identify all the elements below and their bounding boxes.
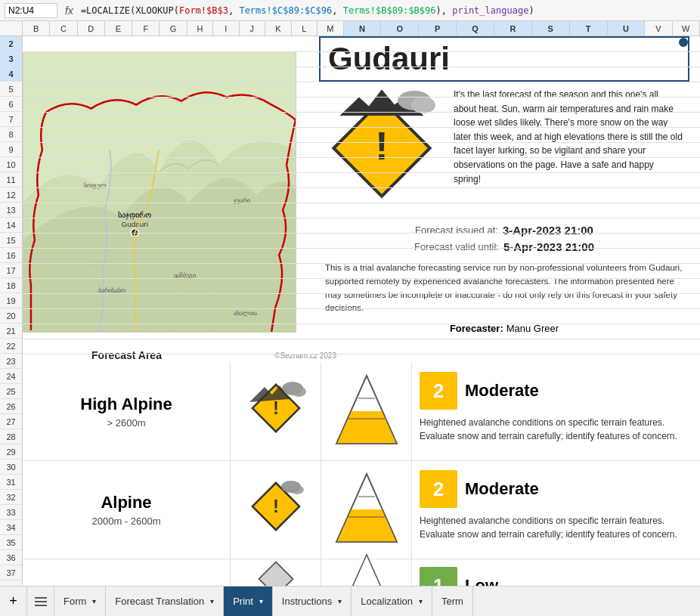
row-12[interactable]: 12: [0, 187, 22, 203]
col-b[interactable]: B: [23, 21, 50, 36]
row-17[interactable]: 17: [0, 263, 22, 278]
alpine-triangle: [321, 461, 412, 559]
svg-rect-38: [35, 605, 47, 606]
row-8[interactable]: 8: [0, 127, 22, 142]
svg-marker-25: [336, 474, 397, 542]
form-tab-chevron: ▾: [92, 597, 96, 605]
disclaimer: This is a trial avalanche forecasting se…: [319, 258, 697, 318]
row-14[interactable]: 14: [0, 218, 22, 233]
row-24[interactable]: 24: [0, 369, 22, 384]
svg-text:ჯვარი: ჯვარი: [234, 197, 250, 204]
row-10[interactable]: 10: [0, 157, 22, 172]
svg-text:!: !: [273, 496, 279, 516]
title-bar: Gudauri: [319, 36, 689, 82]
high-alpine-triangle: [321, 363, 412, 460]
cell-reference[interactable]: [5, 3, 57, 18]
row-22[interactable]: 22: [0, 339, 22, 354]
tab-menu-button[interactable]: [27, 587, 54, 616]
col-w[interactable]: W: [673, 21, 700, 36]
col-i[interactable]: I: [213, 21, 239, 36]
low-label: [23, 559, 231, 586]
tab-term[interactable]: Term: [432, 587, 473, 616]
svg-text:სოფელ: სოფელ: [84, 182, 107, 189]
row-3[interactable]: 3: [0, 51, 22, 67]
row-31[interactable]: 31: [0, 475, 22, 490]
svg-rect-36: [35, 597, 47, 599]
col-u[interactable]: U: [608, 21, 646, 36]
forecaster-name: Manu Greer: [506, 323, 559, 334]
col-k[interactable]: K: [265, 21, 291, 36]
forecast-dates: Forecast issued at: 3-Apr-2023 21:00 For…: [319, 219, 689, 257]
svg-text:ბარისახო: ბარისახო: [98, 287, 125, 294]
row-29[interactable]: 29: [0, 444, 22, 460]
col-d[interactable]: D: [78, 21, 105, 36]
svg-marker-15: [336, 376, 397, 444]
row-11[interactable]: 11: [0, 172, 22, 187]
issued-label: Forecast issued at:: [415, 224, 498, 236]
row-5[interactable]: 5: [0, 82, 22, 97]
col-r[interactable]: R: [494, 21, 532, 36]
tab-add-button[interactable]: +: [0, 587, 27, 616]
tab-localization[interactable]: Localization ▾: [352, 587, 432, 616]
col-q[interactable]: Q: [457, 21, 494, 36]
col-o[interactable]: O: [381, 21, 419, 36]
svg-point-22: [290, 485, 304, 494]
tab-forecast-translation[interactable]: Forecast Translation ▾: [106, 587, 224, 616]
col-f[interactable]: F: [132, 21, 160, 36]
map-svg: საჯდირო Gudauri სოფელ ყაზბეგი ჯვარი ბარი…: [23, 52, 296, 332]
col-p[interactable]: P: [419, 21, 457, 36]
moderate-badge-2: 2: [420, 470, 457, 508]
row-30[interactable]: 30: [0, 460, 22, 475]
formula-bar: fx =LOCALIZE(XLOOKUP(Form!$B$3, Terms!$C…: [0, 0, 700, 21]
row-33[interactable]: 33: [0, 505, 22, 520]
col-j[interactable]: J: [240, 21, 265, 36]
row-35[interactable]: 35: [0, 535, 22, 550]
svg-text:ყაზბეგი: ყაზბეგი: [174, 272, 196, 279]
row-2[interactable]: 2: [0, 36, 22, 51]
col-v[interactable]: V: [645, 21, 672, 36]
row-37[interactable]: 37: [0, 565, 22, 580]
row-19[interactable]: 19: [0, 293, 22, 308]
col-g[interactable]: G: [160, 21, 187, 36]
row-20[interactable]: 20: [0, 308, 22, 323]
city-title: Gudauri: [328, 41, 450, 77]
tab-instructions[interactable]: Instructions ▾: [273, 587, 352, 616]
row-15[interactable]: 15: [0, 233, 22, 248]
tab-print[interactable]: Print ▾: [224, 587, 273, 616]
col-l[interactable]: L: [292, 21, 317, 36]
col-t[interactable]: T: [570, 21, 608, 36]
row-18[interactable]: 18: [0, 278, 22, 293]
row-9[interactable]: 9: [0, 142, 22, 157]
tab-form[interactable]: Form ▾: [54, 587, 106, 616]
instructions-tab-chevron: ▾: [338, 597, 342, 605]
col-n[interactable]: N: [344, 21, 382, 36]
row-4[interactable]: 4: [0, 67, 22, 82]
row-27[interactable]: 27: [0, 414, 22, 429]
row-13[interactable]: 13: [0, 203, 22, 218]
fx-button[interactable]: fx: [62, 5, 76, 17]
svg-marker-30: [343, 554, 389, 586]
row-28[interactable]: 28: [0, 429, 22, 444]
svg-rect-29: [259, 562, 293, 586]
row-16[interactable]: 16: [0, 248, 22, 263]
row-32[interactable]: 32: [0, 490, 22, 505]
row-23[interactable]: 23: [0, 354, 22, 369]
col-e[interactable]: E: [105, 21, 132, 36]
col-m[interactable]: M: [317, 21, 343, 36]
row-26[interactable]: 26: [0, 399, 22, 414]
col-c[interactable]: C: [50, 21, 77, 36]
row-6[interactable]: 6: [0, 97, 22, 112]
row-34[interactable]: 34: [0, 520, 22, 535]
row-36[interactable]: 36: [0, 550, 22, 565]
row-7[interactable]: 7: [0, 112, 22, 127]
grid-content[interactable]: საჯდირო Gudauri სოფელ ყაზბეგი ჯვარი ბარი…: [23, 36, 700, 586]
row-25[interactable]: 25: [0, 384, 22, 399]
col-s[interactable]: S: [532, 21, 570, 36]
low-badge-icon: 1: [420, 567, 457, 586]
high-alpine-label: High Alpine > 2600m: [23, 363, 231, 460]
forecaster-row: Forecaster: Manu Greer: [319, 319, 689, 337]
svg-text:Gudauri: Gudauri: [122, 220, 148, 228]
row-21[interactable]: 21: [0, 323, 22, 339]
svg-point-35: [411, 97, 435, 113]
col-h[interactable]: H: [187, 21, 213, 36]
